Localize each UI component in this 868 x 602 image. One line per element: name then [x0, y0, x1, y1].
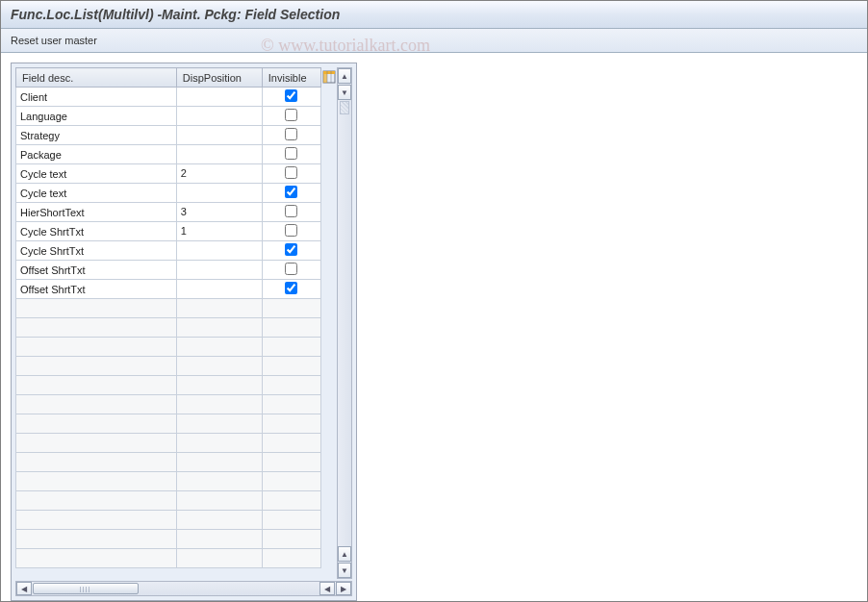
disp-position-cell[interactable]: [176, 184, 262, 203]
column-header-position[interactable]: DispPosition: [176, 68, 262, 88]
table-row-empty[interactable]: [16, 530, 321, 549]
field-desc-cell[interactable]: HierShortText: [16, 203, 177, 222]
empty-cell[interactable]: [262, 299, 320, 318]
table-row-empty[interactable]: [16, 472, 321, 491]
empty-cell[interactable]: [262, 472, 320, 491]
table-row-empty[interactable]: [16, 453, 321, 472]
hscroll-thumb[interactable]: [33, 583, 139, 594]
empty-cell[interactable]: [176, 511, 262, 530]
invisible-cell[interactable]: [262, 241, 320, 261]
scroll-left-icon[interactable]: ◀: [16, 582, 32, 595]
field-desc-cell[interactable]: Offset ShrtTxt: [16, 261, 177, 280]
empty-cell[interactable]: [262, 357, 320, 376]
disp-position-cell[interactable]: 2: [176, 164, 262, 184]
invisible-cell[interactable]: [262, 88, 320, 107]
invisible-checkbox[interactable]: [285, 282, 297, 294]
invisible-checkbox[interactable]: [285, 166, 297, 179]
field-desc-cell[interactable]: Client: [16, 88, 177, 107]
empty-cell[interactable]: [16, 338, 177, 357]
table-row[interactable]: Offset ShrtTxt: [16, 280, 321, 299]
scroll-left-step-icon[interactable]: ◀: [319, 582, 335, 595]
empty-cell[interactable]: [16, 491, 177, 511]
horizontal-scrollbar[interactable]: ◀ ◀ ▶: [15, 581, 352, 596]
table-row[interactable]: Offset ShrtTxt: [16, 261, 321, 280]
table-row-empty[interactable]: [16, 511, 321, 530]
invisible-cell[interactable]: [262, 126, 320, 145]
field-desc-cell[interactable]: Strategy: [16, 126, 177, 145]
field-desc-cell[interactable]: Cycle text: [16, 164, 177, 184]
scroll-thumb[interactable]: [340, 101, 349, 114]
invisible-checkbox[interactable]: [285, 109, 297, 121]
table-row-empty[interactable]: [16, 357, 321, 376]
invisible-cell[interactable]: [262, 145, 320, 164]
invisible-cell[interactable]: [262, 203, 320, 222]
empty-cell[interactable]: [262, 511, 320, 530]
invisible-checkbox[interactable]: [285, 263, 297, 275]
table-row[interactable]: Language: [16, 107, 321, 126]
empty-cell[interactable]: [176, 530, 262, 549]
empty-cell[interactable]: [176, 395, 262, 414]
field-desc-cell[interactable]: Cycle text: [16, 184, 177, 203]
invisible-checkbox[interactable]: [285, 128, 297, 140]
empty-cell[interactable]: [176, 549, 262, 568]
disp-position-cell[interactable]: [176, 261, 262, 280]
table-row[interactable]: Client: [16, 88, 321, 107]
invisible-checkbox[interactable]: [285, 147, 297, 160]
empty-cell[interactable]: [16, 434, 177, 453]
table-row[interactable]: Cycle text: [16, 184, 321, 203]
invisible-checkbox[interactable]: [285, 89, 297, 102]
invisible-checkbox[interactable]: [285, 186, 297, 198]
empty-cell[interactable]: [16, 357, 177, 376]
disp-position-cell[interactable]: [176, 126, 262, 145]
empty-cell[interactable]: [176, 414, 262, 434]
column-header-invisible[interactable]: Invisible: [262, 68, 320, 88]
empty-cell[interactable]: [262, 376, 320, 395]
table-row-empty[interactable]: [16, 414, 321, 434]
invisible-cell[interactable]: [262, 184, 320, 203]
empty-cell[interactable]: [16, 414, 177, 434]
empty-cell[interactable]: [16, 376, 177, 395]
empty-cell[interactable]: [16, 549, 177, 568]
empty-cell[interactable]: [176, 299, 262, 318]
invisible-cell[interactable]: [262, 280, 320, 299]
empty-cell[interactable]: [176, 318, 262, 338]
table-row[interactable]: Cycle ShrtTxt1: [16, 222, 321, 241]
field-desc-cell[interactable]: Offset ShrtTxt: [16, 280, 177, 299]
invisible-cell[interactable]: [262, 261, 320, 280]
empty-cell[interactable]: [262, 530, 320, 549]
empty-cell[interactable]: [176, 376, 262, 395]
scroll-up-step-icon[interactable]: ▲: [338, 546, 351, 562]
empty-cell[interactable]: [176, 357, 262, 376]
table-row-empty[interactable]: [16, 491, 321, 511]
scroll-up-icon[interactable]: ▲: [338, 68, 351, 84]
disp-position-cell[interactable]: [176, 241, 262, 261]
table-row[interactable]: Cycle ShrtTxt: [16, 241, 321, 261]
table-row-empty[interactable]: [16, 549, 321, 568]
disp-position-cell[interactable]: [176, 280, 262, 299]
empty-cell[interactable]: [262, 549, 320, 568]
disp-position-cell[interactable]: [176, 107, 262, 126]
invisible-cell[interactable]: [262, 164, 320, 184]
table-row-empty[interactable]: [16, 376, 321, 395]
invisible-checkbox[interactable]: [285, 224, 297, 237]
disp-position-cell[interactable]: [176, 145, 262, 164]
empty-cell[interactable]: [176, 491, 262, 511]
empty-cell[interactable]: [262, 491, 320, 511]
scroll-down-icon[interactable]: ▼: [338, 563, 351, 578]
table-row[interactable]: Package: [16, 145, 321, 164]
empty-cell[interactable]: [16, 299, 177, 318]
empty-cell[interactable]: [176, 453, 262, 472]
empty-cell[interactable]: [262, 338, 320, 357]
empty-cell[interactable]: [16, 318, 177, 338]
empty-cell[interactable]: [262, 318, 320, 338]
empty-cell[interactable]: [176, 472, 262, 491]
table-row-empty[interactable]: [16, 434, 321, 453]
empty-cell[interactable]: [16, 472, 177, 491]
field-desc-cell[interactable]: Language: [16, 107, 177, 126]
empty-cell[interactable]: [262, 395, 320, 414]
invisible-checkbox[interactable]: [285, 205, 297, 217]
invisible-checkbox[interactable]: [285, 243, 297, 256]
empty-cell[interactable]: [16, 453, 177, 472]
table-row-empty[interactable]: [16, 299, 321, 318]
empty-cell[interactable]: [176, 434, 262, 453]
